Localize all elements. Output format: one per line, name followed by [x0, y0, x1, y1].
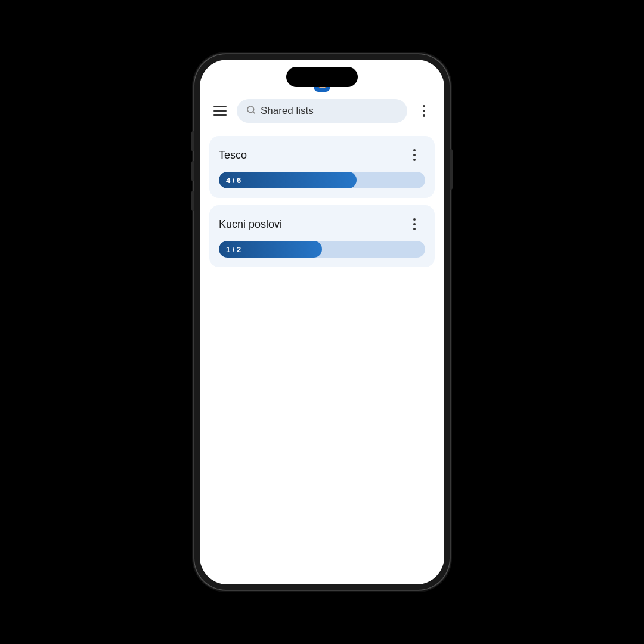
list-card-tesco-header: Tesco [219, 144, 425, 166]
phone-frame: 📋 Shared lists [194, 54, 450, 590]
phone-screen: 📋 Shared lists [200, 60, 444, 584]
tesco-more-button[interactable] [404, 144, 425, 166]
list-card-kucni-header: Kucni poslovi [219, 213, 425, 235]
tesco-progress-fill: 4 / 6 [219, 172, 357, 188]
search-icon [246, 105, 256, 117]
kucni-progress-bar-container: 1 / 2 [219, 241, 425, 258]
tesco-more-icon [413, 149, 416, 161]
header-more-button[interactable] [413, 100, 435, 122]
tesco-progress-label: 4 / 6 [226, 176, 241, 185]
svg-line-1 [253, 112, 255, 113]
list-title-tesco: Tesco [219, 149, 247, 162]
top-bar: Shared lists [200, 94, 444, 130]
tesco-progress-bar-container: 4 / 6 [219, 172, 425, 188]
list-card-tesco[interactable]: Tesco 4 / 6 [209, 136, 435, 198]
search-bar[interactable]: Shared lists [237, 99, 407, 123]
kucni-progress-label: 1 / 2 [226, 245, 241, 254]
hamburger-line-2 [213, 110, 227, 112]
kucni-progress-fill: 1 / 2 [219, 241, 322, 258]
list-card-kucni[interactable]: Kucni poslovi 1 / 2 [209, 205, 435, 267]
content-area: Tesco 4 / 6 [200, 130, 444, 273]
list-title-kucni: Kucni poslovi [219, 218, 282, 231]
hamburger-line-1 [213, 106, 227, 107]
menu-button[interactable] [209, 100, 231, 122]
dynamic-island [286, 67, 358, 87]
kucni-more-button[interactable] [404, 213, 425, 235]
more-vert-icon [423, 105, 425, 117]
hamburger-line-3 [213, 114, 227, 116]
kucni-more-icon [413, 218, 416, 230]
search-label: Shared lists [261, 105, 314, 117]
